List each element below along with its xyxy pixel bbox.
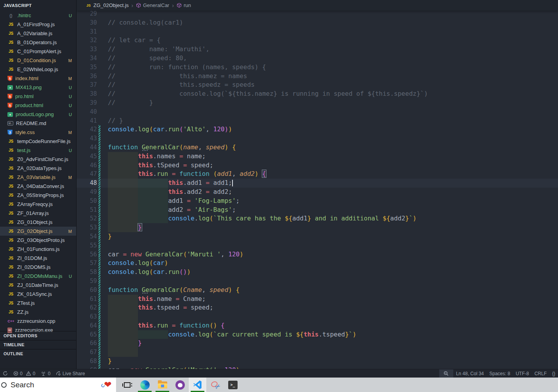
eol-indicator[interactable]: CRLF — [532, 369, 549, 378]
code-line[interactable]: 33// name: 'Maruthi', — [77, 45, 558, 54]
code-line[interactable]: 66 } — [77, 339, 558, 348]
file-row[interactable]: JSZG_03ObjectProto.js — [0, 236, 76, 245]
file-row[interactable]: JSZI_02DOMS.js — [0, 263, 76, 272]
file-row[interactable]: 5product.htmlU — [0, 101, 76, 110]
code-line[interactable]: 55 — [77, 241, 558, 250]
code-line[interactable]: 40 — [77, 107, 558, 116]
file-row[interactable]: JSZArrayFreqcy.js — [0, 200, 76, 209]
code-line[interactable]: 34// speed: 80, — [77, 54, 558, 63]
vscode-button[interactable] — [189, 378, 206, 392]
code-line[interactable]: 39// } — [77, 98, 558, 107]
code-line[interactable]: 32// let car = { — [77, 36, 558, 45]
file-row[interactable]: JSA_01FirstProg.js — [0, 20, 76, 29]
code-line[interactable]: 65 console.log(`car current speed is ${t… — [77, 330, 558, 339]
code-line[interactable]: 62 this.tspeed = speed; — [77, 303, 558, 312]
code-line[interactable]: 68} — [77, 357, 558, 366]
file-row[interactable]: JSZ0_AdvFirstClsFunc.js — [0, 155, 76, 164]
file-row[interactable]: 5index.htmlM — [0, 74, 76, 83]
code-line[interactable]: 35// run: function (names, speeds) { — [77, 63, 558, 72]
cursor-position[interactable]: Ln 48, Col 34 — [453, 369, 486, 378]
file-explorer-button[interactable] — [154, 378, 171, 392]
file-row[interactable]: JSZG_01Object.js — [0, 218, 76, 227]
code-line[interactable]: 56car = new GeneralCar('Maruti ', 120) — [77, 250, 558, 259]
file-row[interactable]: JSZJ_01DateTime.js — [0, 281, 76, 290]
code-line[interactable]: 50 add1 = 'Fog-Lamps'; — [77, 197, 558, 206]
code-line[interactable]: 41// } — [77, 116, 558, 125]
code-line[interactable]: 52 console.log(`This care has the ${add1… — [77, 214, 558, 223]
code-line[interactable]: 60function GeneralCar(Cname, speed) { — [77, 286, 558, 295]
section-outline[interactable]: OUTLINE — [0, 349, 76, 358]
file-row[interactable]: JSZA_04DataConver.js — [0, 182, 76, 191]
code-line[interactable]: 29 — [77, 9, 558, 18]
file-row[interactable]: 5pro.htmlU — [0, 92, 76, 101]
file-row[interactable]: JSE_02WhileLoop.js — [0, 65, 76, 74]
health-app-button[interactable]: ❤ — [100, 380, 116, 389]
code-line[interactable]: 45 this.names = name; — [77, 152, 558, 161]
code-line[interactable]: 31 — [77, 27, 558, 36]
code-line[interactable]: 61 this.name = Cname; — [77, 295, 558, 304]
breadcrumb-item[interactable]: GeneralCar — [136, 2, 169, 8]
code-line[interactable]: 67 — [77, 348, 558, 357]
explorer-section-header[interactable]: JAVASCRIPT — [0, 0, 76, 11]
file-row[interactable]: JSZI_02DOMsManu.jsU — [0, 272, 76, 281]
code-line[interactable]: 59 — [77, 277, 558, 286]
file-row[interactable]: JSZK_01ASync.js — [0, 290, 76, 299]
indentation-indicator[interactable]: Spaces: 8 — [486, 369, 513, 378]
file-row[interactable]: 3style.cssM — [0, 128, 76, 137]
code-line[interactable]: 37// this.speedz = speeds — [77, 81, 558, 89]
sync-button[interactable] — [0, 369, 11, 378]
code-line[interactable]: 47 this.run = function (add1, add2) { — [77, 170, 558, 179]
file-row[interactable]: ▲MX413.pngU — [0, 83, 76, 92]
section-open-editors[interactable]: OPEN EDITORS — [0, 331, 76, 340]
code-line[interactable]: 44function GeneralCar(name, speed) { — [77, 143, 558, 152]
file-row[interactable]: JSZF_01Array.js — [0, 209, 76, 218]
taskbar-search[interactable]: Search ❤ — [0, 378, 116, 392]
code-line[interactable]: 30// console.log(car1) — [77, 18, 558, 27]
ports-button[interactable]: 0 — [38, 369, 53, 378]
breadcrumb-item[interactable]: run — [177, 2, 191, 8]
file-row[interactable]: JSD_01Condition.jsM — [0, 56, 76, 65]
code-line[interactable]: 43 — [77, 134, 558, 143]
file-row[interactable]: M↓README.md — [0, 119, 76, 128]
file-row[interactable]: JSC_01PromptAlert.js — [0, 47, 76, 56]
file-row[interactable]: C++zzzrecursion.cpp — [0, 317, 76, 326]
file-row[interactable]: {}.hintrcU — [0, 11, 76, 20]
code-area[interactable]: 2930// console.log(car1)3132// let car =… — [77, 9, 558, 369]
task-view-button[interactable] — [118, 378, 136, 392]
code-line[interactable]: 57console.log(car) — [77, 259, 558, 268]
code-line[interactable]: 51 add2 = 'Air-Bags'; — [77, 206, 558, 215]
file-row[interactable]: JSZH_01Functions.js — [0, 245, 76, 254]
file-row[interactable]: JStempCodeRunnerFile.js — [0, 137, 76, 146]
code-line[interactable]: 49 this.add2 = add2; — [77, 188, 558, 197]
code-line[interactable]: 36// this.namez = names — [77, 72, 558, 81]
github-desktop-button[interactable] — [171, 378, 189, 392]
language-mode-indicator[interactable]: {} — [549, 369, 558, 378]
code-line[interactable]: 63 — [77, 312, 558, 321]
live-share-button[interactable]: Live Share — [53, 369, 88, 378]
code-line[interactable]: 64 this.run = function() { — [77, 321, 558, 330]
encoding-indicator[interactable]: UTF-8 — [513, 369, 532, 378]
file-row[interactable]: JSA_02Variable.js — [0, 29, 76, 38]
file-row[interactable]: JSZG_02Object.jsM — [0, 227, 76, 236]
code-line[interactable]: 42console.log(car.run('Alto', 120)) — [77, 125, 558, 134]
file-row[interactable]: JSZA_03Variable.jsM — [0, 173, 76, 182]
snip-sketch-button[interactable]: ✂ — [206, 378, 224, 392]
file-row[interactable]: JStest.jsU — [0, 146, 76, 155]
code-line[interactable]: 54} — [77, 232, 558, 241]
edge-button[interactable] — [136, 378, 154, 392]
file-row[interactable]: ▲productLogo.pngU — [0, 110, 76, 119]
terminal-button[interactable]: >_ — [224, 378, 241, 392]
code-line[interactable]: 69car = new GeneralCar('Maruti', 120) — [77, 366, 558, 369]
code-line[interactable]: 53 } — [77, 223, 558, 232]
section-timeline[interactable]: TIMELINE — [0, 340, 76, 349]
file-row[interactable]: JSZI_01DOM.js — [0, 254, 76, 263]
code-line[interactable]: 46 this.tSpeed = speed; — [77, 161, 558, 170]
zoom-indicator[interactable] — [439, 369, 453, 378]
code-line[interactable]: 38// console.log(`${this.namez} is runni… — [77, 89, 558, 98]
file-row[interactable]: JSZA_05StringProps.js — [0, 191, 76, 200]
code-line[interactable]: 58console.log(car.run()) — [77, 268, 558, 277]
file-row[interactable]: JSB_01Operators.js — [0, 38, 76, 47]
file-row[interactable]: JSZTest.js — [0, 299, 76, 308]
file-row[interactable]: JSZA_02DataTypes.js — [0, 164, 76, 173]
breadcrumb-item[interactable]: JSZG_02Object.js — [86, 2, 129, 8]
